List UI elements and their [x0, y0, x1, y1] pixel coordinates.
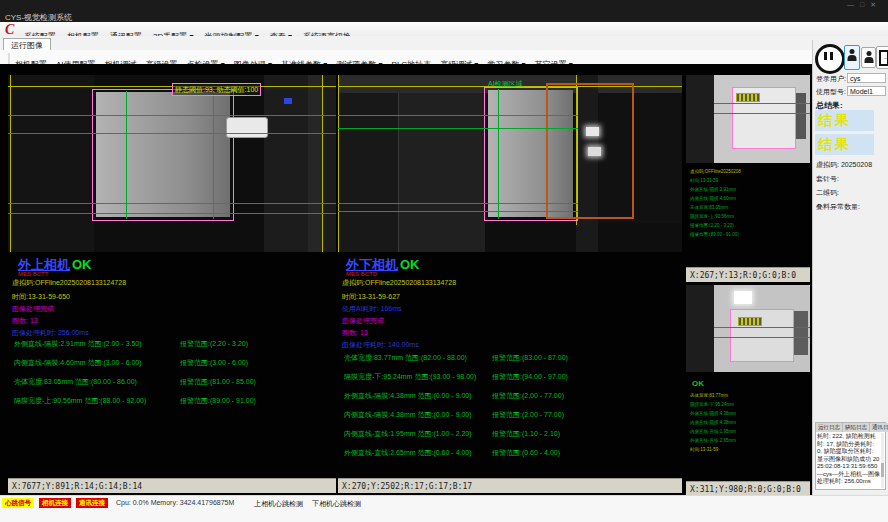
pause-button[interactable]: [815, 44, 845, 74]
measurement-alarm-range: 报警范围:(2.20 - 3.20): [180, 339, 248, 349]
camera-name: 外上相机: [18, 257, 70, 272]
switch-user-button[interactable]: [861, 47, 876, 68]
machine-background: [398, 75, 485, 252]
threshold-overlay-label: 静态阈值:93, 动态阈值:100: [172, 83, 261, 96]
bright-part: [588, 147, 601, 156]
pause-icon: [830, 52, 833, 60]
measurement-row: 内侧直线-隔膜:4.60mm 范围:(3.00 - 6.00) 报警范围:(3.…: [12, 358, 332, 377]
camera-image-outer-upper[interactable]: 静态阈值:93, 动态阈值:100: [8, 75, 336, 252]
log-text: 耗时: 222, 缺陷检测耗时: 17, 缺陷分类耗时: 0, 缺陷提取分区耗时…: [817, 433, 880, 488]
measurement-value: 壳体宽度:83.05mm 范围:(80.00 - 86.00): [14, 377, 137, 387]
thumbnail-text-line: 隔膜宽度-上:90.56mm: [690, 212, 808, 221]
measurement-row: 壳体宽度:83.77mm 范围:(82.00 - 88.00) 报警范围:(83…: [338, 353, 682, 372]
minimize-button[interactable]: —: [847, 1, 860, 8]
camera-panel-outer-upper: 静态阈值:93, 动态阈值:100 外上相机OK MES:BCTT 虚拟码:OF…: [8, 75, 336, 493]
camera-name: 外下相机: [346, 257, 398, 272]
result-box-upper: 结果: [815, 110, 874, 131]
camera-image-outer-lower[interactable]: AI检测区域: [338, 75, 682, 252]
measurement-value: 外侧直线-隔膜:4.38mm 范围:(0.00 - 9.00): [344, 391, 472, 401]
pixel-coordinates-bar: X:311;Y:980;R:0;G:0;B:0: [686, 481, 810, 496]
log-scrollbar[interactable]: [881, 433, 884, 488]
machine-background: [308, 75, 322, 252]
thumbnail-text-line: 壳体宽度:83.05mm: [690, 203, 808, 212]
machine-background: [264, 75, 336, 252]
thumbnail-text-line: 隔膜宽度-下:95.24mm: [690, 400, 808, 409]
log-tab[interactable]: 运行日志: [816, 423, 843, 432]
baseline: [714, 337, 810, 338]
model-label: 使用型号:: [816, 87, 846, 97]
close-button[interactable]: ✕: [870, 1, 882, 8]
thumbnail-text-lines: 虚拟码:OFFline20250208时间:13-31-59外侧直线-隔膜:2.…: [690, 167, 808, 239]
baseline: [338, 115, 578, 116]
measurement-alarm-range: 报警范围:(1.10 - 2.10): [492, 429, 560, 439]
baseline: [714, 327, 810, 328]
process-elapsed: 图像处理耗时: 140.00ms: [342, 340, 419, 350]
scrollbar-thumb[interactable]: [881, 463, 884, 477]
stack-anomaly-label: 叠料异常数量:: [816, 202, 860, 212]
thumbnail-text-line: 时间:13-31-59: [690, 445, 808, 454]
login-user-label: 登录用户:: [816, 74, 846, 84]
upper-camera-heartbeat-check[interactable]: 上相机心跳检测: [254, 499, 303, 509]
main-area: 静态阈值:93, 动态阈值:100 外上相机OK MES:BCTT 虚拟码:OF…: [0, 64, 888, 495]
process-done-text: 图像处理完成: [342, 316, 384, 326]
measurement-alarm-range: 报警范围:(81.00 - 85.00): [180, 377, 256, 387]
camera-thumbnail-upper[interactable]: [686, 75, 810, 163]
pixel-coordinates-bar: X:267;Y:13;R:0;G:0;B:0: [686, 267, 810, 282]
mes-status: MES:BCTD: [346, 271, 377, 277]
measurement-value: 内侧直线-隔膜:4.60mm 范围:(3.00 - 6.00): [14, 358, 142, 368]
exit-button[interactable]: →: [876, 46, 888, 69]
thumbnail-text-lines: 壳体宽度:83.77mm隔膜宽度-下:95.24mm外侧直线-隔膜:4.38mm…: [690, 391, 808, 454]
measurement-row: 内侧直线-直线:1.95mm 范围:(1.00 - 2.20) 报警范围:(1.…: [338, 429, 682, 448]
ok-status: OK: [692, 379, 704, 388]
baseline: [714, 103, 810, 104]
measurement-alarm-range: 报警范围:(2.00 - 77.00): [492, 410, 564, 420]
pixel-coordinates-bar: X:7677;Y:891;R:14;G:14;B:14: [8, 478, 336, 493]
mes-status: MES:BCTT: [18, 271, 48, 277]
capture-time: 时间:13-31-59-627: [342, 292, 400, 302]
measurement-alarm-range: 报警范围:(89.00 - 91.00): [180, 396, 256, 406]
tab-strip: 运行图像: [0, 36, 888, 51]
calibration-line: [10, 75, 11, 252]
thumbnail-text-line: 外侧直线-隔膜:2.91mm: [690, 185, 808, 194]
log-tabs: 运行日志缺陷日志通讯日志: [816, 423, 885, 432]
thumbnail-text-line: 时间:13-31-59: [690, 176, 808, 185]
thumbnail-text-line: 外侧直线-隔膜:4.38mm: [690, 409, 808, 418]
baseline: [213, 91, 214, 219]
titlebar: CYS-视觉检测系统 —□✕: [0, 0, 888, 22]
baseline: [126, 91, 127, 219]
measurement-value: 隔膜宽度-上:90.56mm 范围:(88.00 - 92.00): [14, 396, 146, 406]
machine-background: [686, 285, 714, 372]
machine-background: [338, 75, 398, 252]
maximize-button[interactable]: □: [860, 1, 870, 8]
ok-status: OK: [72, 257, 92, 272]
log-tab[interactable]: 通讯日志: [870, 423, 888, 432]
baseline: [338, 203, 578, 204]
measurement-value: 壳体宽度:83.77mm 范围:(82.00 - 88.00): [344, 353, 467, 363]
measurement-value: 外侧直线-隔膜:2.91mm 范围:(2.00 - 3.50): [14, 339, 142, 349]
overlay-tag: [738, 317, 762, 326]
pause-icon: [824, 52, 827, 60]
measurement-row: 内侧直线-隔膜:4.38mm 范围:(0.00 - 9.00) 报警范围:(2.…: [338, 410, 682, 429]
log-tab[interactable]: 缺陷日志: [843, 423, 870, 432]
login-user-button[interactable]: [844, 45, 860, 70]
pixel-coordinates-bar: X:270;Y:2502;R:17;G:17;B:17: [338, 478, 682, 493]
baseline: [714, 113, 810, 114]
lower-camera-heartbeat-check[interactable]: 下相机心跳检测: [312, 499, 361, 509]
camera-panel-inner-lower: OK 壳体宽度:83.77mm隔膜宽度-下:95.24mm外侧直线-隔膜:4.3…: [686, 285, 810, 495]
model-value[interactable]: Model1: [847, 86, 886, 96]
bright-part: [586, 127, 599, 136]
measurement-row: 外侧直线-隔膜:4.38mm 范围:(0.00 - 9.00) 报警范围:(2.…: [338, 391, 682, 410]
thumbnail-text-line: 壳体宽度:83.77mm: [690, 391, 808, 400]
login-user-value[interactable]: cys: [847, 73, 886, 83]
machine-background: [8, 75, 94, 252]
toolbar: 相机配置AI使用配置相机调试高级设置点检设置 ▾图像处理 ▾基准线参数 ▾测试项…: [0, 50, 888, 65]
measurement-alarm-range: 报警范围:(3.00 - 6.00): [180, 358, 248, 368]
camera-thumbnail-lower[interactable]: [686, 285, 810, 372]
measurement-alarm-range: 报警范围:(0.60 - 4.00): [492, 448, 560, 458]
baseline: [8, 115, 336, 116]
user-icon: [850, 49, 855, 54]
measurement-list: 壳体宽度:83.77mm 范围:(82.00 - 88.00) 报警范围:(83…: [338, 353, 682, 467]
measurement-value: 外侧直线-直线:2.65mm 范围:(0.60 - 4.00): [344, 448, 472, 458]
user-icon: [864, 57, 873, 63]
user-icon: [866, 51, 871, 56]
